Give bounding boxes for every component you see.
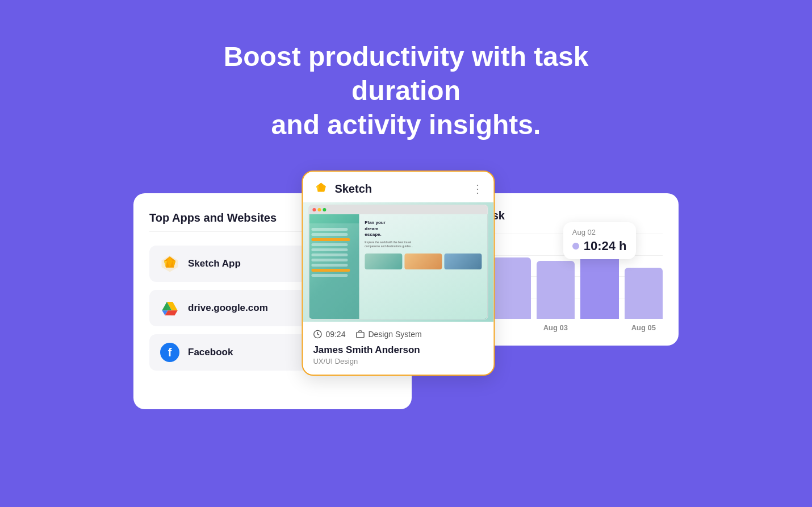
sketch-user-role: UX/UI Design: [313, 357, 483, 365]
tooltip-value: 10:24 h: [572, 239, 627, 254]
sketch-card-footer: 09:24 Design System James Smith Anderson…: [303, 322, 493, 375]
x-label-spacer2: [580, 323, 618, 332]
sketch-icon: [160, 254, 180, 274]
x-label-aug05: Aug 05: [625, 323, 663, 332]
svg-rect-17: [357, 333, 364, 338]
sketch-title-wrap: Sketch: [313, 181, 372, 197]
bar-5-fill: [625, 268, 663, 319]
svg-marker-8: [162, 302, 167, 310]
sketch-app-name: Sketch App: [188, 258, 241, 269]
sketch-card-header: Sketch ⋮: [303, 172, 493, 202]
tooltip-date: Aug 02: [572, 228, 627, 236]
hero-title: Boost productivity with task duration an…: [207, 40, 605, 142]
cards-area: Top Apps and Websites Sketch App: [0, 176, 812, 409]
facebook-icon: f: [160, 342, 180, 363]
briefcase-icon: [355, 330, 365, 339]
x-label-aug03: Aug 03: [537, 323, 575, 332]
x-label-spacer: [492, 323, 530, 332]
sketch-detail-card: Sketch ⋮: [302, 171, 495, 376]
more-options-icon[interactable]: ⋮: [472, 182, 483, 196]
sketch-user-name: James Smith Anderson: [313, 344, 483, 356]
clock-icon: [313, 330, 322, 339]
bar-3: [537, 261, 575, 319]
sketch-screenshot: Plan yourdreamescape. Explore the world …: [303, 202, 493, 322]
sketch-footer-meta: 09:24 Design System: [313, 330, 483, 339]
fake-browser: Plan yourdreamescape. Explore the world …: [308, 205, 488, 319]
tooltip-dot: [572, 243, 579, 250]
bar-aug05-highlight: Aug 02 10:24 h: [580, 234, 618, 319]
gdrive-app-name: drive.google.com: [188, 302, 268, 314]
sketch-time-meta: 09:24: [313, 330, 345, 339]
svg-marker-11: [171, 310, 178, 315]
gdrive-icon: [160, 298, 180, 318]
bar-2: [492, 234, 530, 319]
bar-2-fill: [492, 257, 530, 319]
tooltip-box: Aug 02 10:24 h: [563, 222, 636, 259]
sketch-project-meta: Design System: [355, 330, 421, 339]
sketch-card-app-name: Sketch: [334, 182, 372, 196]
facebook-app-name: Facebook: [188, 347, 233, 358]
sketch-logo-icon: [313, 181, 329, 197]
